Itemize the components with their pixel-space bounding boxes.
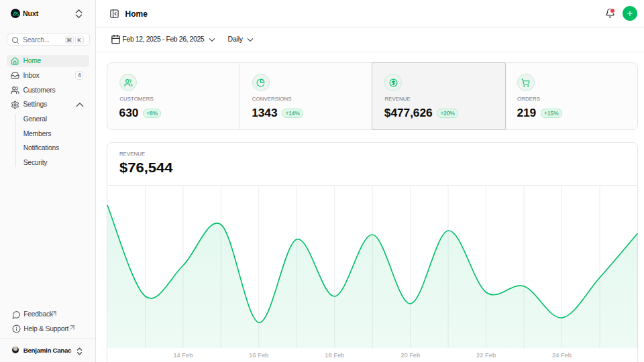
svg-text:14 Feb: 14 Feb: [173, 351, 193, 358]
svg-text:20 Feb: 20 Feb: [400, 351, 420, 358]
svg-text:22 Feb: 22 Feb: [476, 351, 496, 358]
svg-text:18 Feb: 18 Feb: [325, 351, 344, 358]
svg-text:24 Feb: 24 Feb: [552, 351, 572, 358]
svg-text:16 Feb: 16 Feb: [249, 351, 268, 358]
